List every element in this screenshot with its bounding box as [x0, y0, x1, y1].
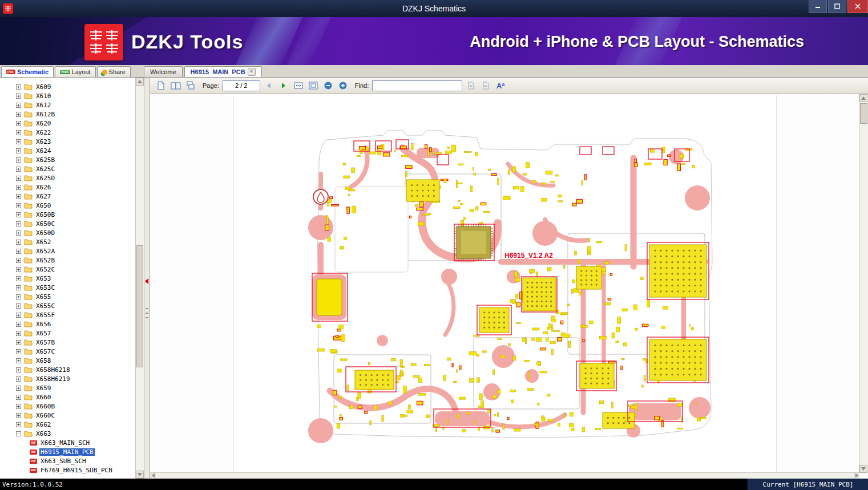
tree-folder-X625B[interactable]: +X625B — [0, 155, 136, 164]
expand-icon[interactable]: + — [16, 340, 21, 345]
tree-folder-X623[interactable]: +X623 — [0, 137, 136, 146]
match-case-icon[interactable]: Aª — [494, 79, 507, 92]
tree-doc-H6915_MAIN_PCB[interactable]: PDFH6915_MAIN_PCB — [0, 447, 136, 456]
tree-folder-X655F[interactable]: +X655F — [0, 310, 136, 319]
expand-icon[interactable]: + — [16, 212, 21, 217]
tree-folder-X655C[interactable]: +X655C — [0, 301, 136, 310]
tree-folder-X652A[interactable]: +X652A — [0, 246, 136, 256]
expand-icon[interactable]: + — [16, 349, 21, 354]
tree-doc-X663_SUB_SCH[interactable]: PDFX663_SUB_SCH — [0, 456, 136, 465]
scroll-down-icon[interactable] — [859, 465, 867, 473]
tree-folder-X663[interactable]: -X663 — [0, 429, 136, 438]
tree-folder-X655[interactable]: +X655 — [0, 292, 136, 301]
tree-folder-X658H6218[interactable]: +X658H6218 — [0, 365, 136, 374]
tree-folder-X653[interactable]: +X653 — [0, 274, 136, 283]
tree-folder-X653C[interactable]: +X653C — [0, 283, 136, 292]
expand-icon[interactable]: + — [16, 139, 21, 144]
tree-folder-X657C[interactable]: +X657C — [0, 347, 136, 356]
expand-icon[interactable]: + — [16, 240, 21, 245]
find-previous-icon[interactable] — [465, 79, 477, 92]
expand-icon[interactable]: + — [16, 130, 21, 135]
expand-icon[interactable]: + — [16, 194, 21, 199]
tree-folder-X652[interactable]: +X652 — [0, 237, 136, 246]
fit-page-icon[interactable] — [307, 79, 320, 92]
scroll-up-icon[interactable] — [136, 78, 144, 86]
expand-icon[interactable]: + — [16, 422, 21, 427]
close-button[interactable] — [847, 0, 868, 13]
close-tab-icon[interactable]: × — [248, 68, 256, 76]
tree-folder-X626[interactable]: +X626 — [0, 183, 136, 192]
expand-icon[interactable]: + — [16, 176, 21, 181]
expand-icon[interactable]: + — [16, 221, 21, 226]
expand-icon[interactable]: + — [16, 367, 21, 372]
tree-folder-X620[interactable]: +X620 — [0, 119, 136, 128]
tab-share[interactable]: Share — [97, 66, 131, 77]
tab-h6915-main-pcb[interactable]: H6915_MAIN_PCB × — [184, 66, 262, 77]
expand-icon[interactable]: + — [16, 267, 21, 272]
tree-folder-X610[interactable]: +X610 — [0, 91, 136, 100]
collapse-icon[interactable]: - — [16, 431, 21, 436]
sidebar-scroll-thumb[interactable] — [136, 245, 143, 367]
tree-folder-X657[interactable]: +X657 — [0, 329, 136, 338]
tree-folder-X612B[interactable]: +X612B — [0, 110, 136, 119]
splitter-grip-icon[interactable] — [146, 308, 148, 318]
pcb-drawing[interactable]: H6915_V1.2 A2 — [234, 95, 776, 472]
tree-folder-X650C[interactable]: +X650C — [0, 219, 136, 228]
vertical-scrollbar[interactable] — [859, 94, 868, 473]
expand-icon[interactable]: + — [16, 167, 21, 172]
expand-icon[interactable]: + — [16, 331, 21, 336]
previous-page-icon[interactable] — [263, 79, 275, 92]
document-canvas[interactable]: H6915_V1.2 A2 — [150, 94, 868, 479]
expand-icon[interactable]: + — [16, 358, 21, 363]
expand-icon[interactable]: + — [16, 276, 21, 281]
horizontal-scrollbar[interactable] — [150, 472, 859, 479]
expand-icon[interactable]: + — [16, 413, 21, 418]
page-input[interactable] — [223, 80, 260, 91]
expand-icon[interactable]: + — [16, 395, 21, 400]
expand-icon[interactable]: + — [16, 249, 21, 254]
expand-icon[interactable]: + — [16, 157, 21, 163]
tree-folder-X650[interactable]: +X650 — [0, 201, 136, 210]
expand-icon[interactable]: + — [16, 148, 21, 153]
collapse-panel-icon[interactable] — [145, 278, 148, 284]
expand-icon[interactable]: + — [16, 258, 21, 263]
expand-icon[interactable]: + — [16, 103, 21, 108]
tree-folder-X657B[interactable]: +X657B — [0, 338, 136, 347]
tree-folder-X612[interactable]: +X612 — [0, 100, 136, 110]
tab-welcome[interactable]: Welcome — [144, 66, 183, 77]
expand-icon[interactable]: + — [16, 376, 21, 382]
zoom-in-icon[interactable] — [337, 79, 349, 92]
tree-folder-X627[interactable]: +X627 — [0, 192, 136, 201]
continuous-pages-icon[interactable] — [184, 79, 197, 92]
expand-icon[interactable]: + — [16, 203, 21, 208]
expand-icon[interactable]: + — [16, 94, 21, 99]
tree-doc-X663_MAIN_SCH[interactable]: PDFX663_MAIN_SCH — [0, 438, 136, 447]
expand-icon[interactable]: + — [16, 230, 21, 236]
tab-schematic[interactable]: PDF Schematic — [1, 66, 54, 77]
single-page-icon[interactable] — [155, 79, 167, 92]
find-input[interactable] — [372, 80, 462, 91]
panel-splitter[interactable] — [144, 78, 150, 479]
tree-folder-X662[interactable]: +X662 — [0, 420, 136, 429]
tree-folder-X658[interactable]: +X658 — [0, 356, 136, 365]
tree-folder-X652C[interactable]: +X652C — [0, 265, 136, 274]
scroll-thumb[interactable] — [860, 103, 867, 124]
tree-folder-X660C[interactable]: +X660C — [0, 411, 136, 420]
tree-folder-X625C[interactable]: +X625C — [0, 164, 136, 173]
expand-icon[interactable]: + — [16, 313, 21, 318]
scroll-left-icon[interactable] — [150, 473, 156, 478]
sidebar-scrollbar[interactable] — [135, 78, 144, 479]
tree-folder-X660B[interactable]: +X660B — [0, 402, 136, 411]
zoom-out-icon[interactable] — [322, 79, 334, 92]
pdf-sheet[interactable]: H6915_V1.2 A2 — [233, 95, 777, 472]
tree-folder-X656[interactable]: +X656 — [0, 319, 136, 329]
tree-folder-X650D[interactable]: +X650D — [0, 228, 136, 237]
tab-layout[interactable]: PADS Layout — [55, 66, 96, 77]
tree-folder-X650B[interactable]: +X650B — [0, 210, 136, 219]
expand-icon[interactable]: + — [16, 303, 21, 309]
expand-icon[interactable]: + — [16, 285, 21, 290]
tree-folder-X659[interactable]: +X659 — [0, 383, 136, 392]
tree-folder-X652B[interactable]: +X652B — [0, 256, 136, 265]
expand-icon[interactable]: + — [16, 121, 21, 126]
tree-folder-X609[interactable]: +X609 — [0, 82, 136, 91]
